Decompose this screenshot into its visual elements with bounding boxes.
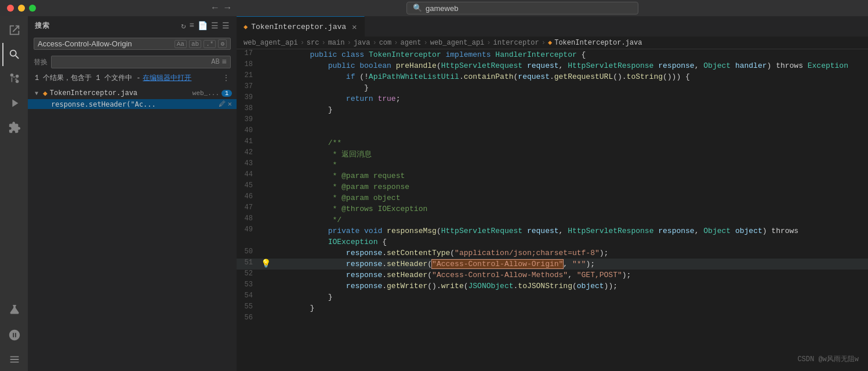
clear-results-icon[interactable]: ≡	[190, 21, 194, 31]
traffic-lights	[7, 5, 36, 12]
breadcrumb-file[interactable]: TokenInterceptor.java	[554, 39, 642, 47]
gutter	[260, 159, 271, 170]
dismiss-icon[interactable]: ✕	[228, 100, 232, 108]
activity-account[interactable]	[2, 348, 26, 371]
activity-explorer[interactable]	[2, 19, 26, 42]
table-row: 45 * @param response	[237, 181, 868, 192]
file-tree-item[interactable]: ▼ ◆ TokenInterceptor.java web_... 1	[28, 88, 237, 99]
activity-settings[interactable]	[2, 323, 26, 347]
global-search-input[interactable]	[426, 4, 632, 13]
results-more-icon[interactable]: ⋮	[223, 74, 230, 82]
code-line: }	[271, 82, 868, 93]
code-line: public class TokenInterceptor implements…	[271, 49, 868, 60]
replace-all-icon[interactable]: ≡	[222, 57, 227, 67]
replace-single-icon[interactable]: 🖉	[219, 100, 226, 108]
gutter	[260, 71, 271, 82]
activity-search[interactable]	[2, 43, 26, 66]
tab-close-icon[interactable]: ✕	[352, 22, 357, 32]
breadcrumb-part-4[interactable]: java	[354, 39, 371, 47]
replace-input[interactable]	[55, 58, 211, 67]
refresh-icon[interactable]: ↻	[181, 21, 186, 31]
result-text: response.setHeader("Ac...	[51, 100, 156, 108]
back-icon[interactable]: ←	[212, 3, 218, 13]
gutter: 💡	[260, 259, 271, 270]
search-input-row[interactable]: Aa ab .* ⚙	[34, 38, 231, 50]
gutter	[260, 270, 271, 281]
gutter	[260, 214, 271, 225]
whole-word-badge[interactable]: ab	[189, 40, 201, 48]
code-line: response.setHeader("Access-Control-Allow…	[271, 259, 868, 270]
search-icon: 🔍	[413, 3, 422, 13]
activity-flask[interactable]	[2, 299, 26, 322]
breadcrumb-part-1[interactable]: web_agent_api	[244, 39, 298, 47]
regex-badge[interactable]: .*	[204, 40, 216, 48]
gutter	[260, 93, 271, 104]
result-actions: 🖉 ✕	[219, 100, 232, 108]
line-number: 38	[237, 104, 260, 115]
breadcrumb-part-7[interactable]: web_agent_api	[430, 39, 485, 47]
breadcrumb-part-5[interactable]: com	[379, 39, 392, 47]
settings-badge[interactable]: ⚙	[218, 39, 227, 48]
editor-area: ◆ TokenInterceptor.java ✕ web_agent_api …	[237, 16, 868, 371]
chevron-down-icon: ▼	[35, 90, 41, 97]
tab-file-icon: ◆	[244, 23, 248, 31]
line-number: 40	[237, 126, 260, 137]
code-line: * @param response	[271, 181, 868, 192]
gutter	[260, 314, 271, 325]
table-row: IOException {	[237, 237, 868, 248]
breadcrumb-part-3[interactable]: main	[328, 39, 345, 47]
results-info: 1 个结果，包含于 1 个文件中 - 在编辑器中打开 ⋮	[28, 70, 237, 86]
gutter	[260, 115, 271, 126]
close-button[interactable]	[7, 5, 14, 12]
line-number: 39	[237, 115, 260, 126]
new-file-icon[interactable]: 📄	[198, 21, 208, 31]
sidebar: 搜索 ↻ ≡ 📄 ☰ ☰ Aa ab .* ⚙	[28, 16, 237, 371]
line-number: 46	[237, 192, 260, 203]
table-row: 17 public class TokenInterceptor impleme…	[237, 49, 868, 60]
result-item[interactable]: response.setHeader("Ac... 🖉 ✕	[28, 99, 237, 109]
line-number: 44	[237, 170, 260, 181]
code-line	[271, 115, 868, 126]
code-line: * 返回消息	[271, 148, 868, 159]
more-icon[interactable]: ☰	[222, 21, 230, 31]
code-line	[271, 314, 868, 325]
gutter	[260, 60, 271, 71]
gutter	[260, 303, 271, 314]
collapse-icon[interactable]: ☰	[211, 21, 219, 31]
code-line: if (!ApiPathWhiteListUtil.containPath(re…	[271, 71, 868, 82]
replace-input-row[interactable]: AB ≡	[51, 56, 231, 68]
code-line: }	[271, 292, 868, 303]
activity-extensions[interactable]	[2, 116, 26, 139]
activity-source-control[interactable]	[2, 67, 26, 90]
code-line	[271, 126, 868, 137]
code-line: private void responseMsg(HttpServletRequ…	[271, 225, 868, 237]
editor-tab[interactable]: ◆ TokenInterceptor.java ✕	[237, 16, 365, 37]
minimize-button[interactable]	[18, 5, 25, 12]
code-editor[interactable]: 17 public class TokenInterceptor impleme…	[237, 49, 868, 371]
line-number: 41	[237, 137, 260, 148]
table-row: 37 }	[237, 82, 868, 93]
file-name-label: TokenInterceptor.java	[50, 89, 190, 97]
search-input[interactable]	[38, 39, 175, 48]
line-number: 50	[237, 248, 260, 259]
open-in-editor-link[interactable]: 在编辑器中打开	[143, 73, 191, 83]
breadcrumb-part-2[interactable]: src	[307, 39, 319, 47]
breadcrumb-part-6[interactable]: agent	[400, 39, 421, 47]
table-row: 44 * @param request	[237, 170, 868, 181]
gutter	[260, 148, 271, 159]
table-row: 49 private void responseMsg(HttpServletR…	[237, 225, 868, 237]
activity-run[interactable]	[2, 92, 26, 115]
case-sensitive-badge[interactable]: Aa	[175, 40, 187, 48]
forward-icon[interactable]: →	[225, 3, 231, 13]
code-line: return true;	[271, 93, 868, 104]
gutter	[260, 248, 271, 259]
search-badges: Aa ab .* ⚙	[175, 39, 227, 48]
replace-preserve-case-icon[interactable]: AB	[211, 58, 219, 66]
lightbulb-icon[interactable]: 💡	[261, 259, 271, 268]
global-search-bar[interactable]: 🔍	[406, 2, 638, 14]
result-count-badge: 1	[221, 90, 232, 97]
breadcrumb-part-8[interactable]: interceptor	[493, 39, 539, 47]
line-number: 48	[237, 214, 260, 225]
maximize-button[interactable]	[29, 5, 36, 12]
code-line: response.setHeader("Access-Control-Allow…	[271, 270, 868, 281]
